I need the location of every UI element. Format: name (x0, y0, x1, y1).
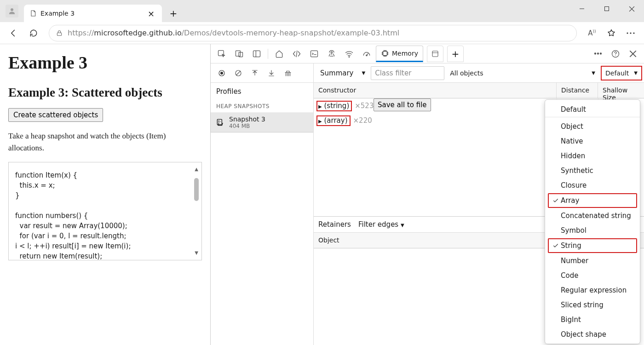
window-close-button[interactable] (619, 0, 644, 17)
col-shallow-size[interactable]: Shallow Size (598, 83, 644, 98)
browser-tab[interactable]: Example 3 × (24, 5, 162, 22)
view-dropdown-label: Summary (320, 69, 354, 77)
create-scattered-objects-button[interactable]: Create scattered objects (8, 108, 103, 122)
upload-icon[interactable] (247, 65, 263, 81)
network-tab-icon[interactable] (341, 46, 357, 62)
page-icon (29, 10, 37, 17)
row-name-text: (string) (324, 102, 349, 110)
svg-point-6 (627, 32, 628, 34)
filter-menu-item-number[interactable]: Number (545, 253, 640, 268)
scroll-track[interactable]: ▲ ▼ (193, 166, 200, 256)
svg-line-31 (236, 71, 241, 75)
sources-tab-icon[interactable] (323, 46, 340, 62)
application-tab-icon[interactable] (427, 46, 443, 62)
svg-point-16 (349, 56, 350, 57)
back-button[interactable] (5, 24, 22, 42)
view-dropdown[interactable]: Summary▼ (316, 66, 370, 80)
devtools-help-icon[interactable] (607, 46, 624, 62)
chevron-down-icon: ▼ (401, 223, 404, 228)
filter-menu-item-array[interactable]: Array (548, 193, 637, 208)
filter-menu-item-closure[interactable]: Closure (545, 178, 640, 193)
welcome-tab-icon[interactable] (271, 46, 288, 62)
refresh-button[interactable] (25, 24, 42, 42)
filter-menu-item-symbol[interactable]: Symbol (545, 223, 640, 238)
filter-menu-item-string[interactable]: String (548, 238, 637, 253)
maximize-button[interactable] (594, 0, 619, 17)
class-filter-input[interactable] (371, 66, 444, 80)
scroll-up-icon[interactable]: ▲ (195, 166, 198, 172)
gc-icon[interactable] (280, 65, 296, 81)
filter-menu-item-default[interactable]: Default (545, 102, 640, 117)
filter-menu-label: String (561, 242, 632, 250)
performance-tab-icon[interactable] (358, 46, 375, 62)
row-name-array: ▶ (array) (316, 115, 351, 126)
filter-menu-label: Symbol (561, 226, 634, 235)
filter-menu-label: Hidden (561, 152, 634, 160)
filter-edges-label: Filter edges (358, 220, 398, 229)
snapshot-item[interactable]: Snapshot 3 404 MB (211, 113, 313, 132)
more-button[interactable] (622, 24, 639, 42)
page-heading-1: Example 3 (8, 52, 202, 73)
svg-rect-32 (217, 119, 222, 125)
dock-icon[interactable] (248, 46, 265, 62)
download-icon[interactable] (263, 65, 280, 81)
col-distance[interactable]: Distance (557, 83, 598, 98)
memory-tab[interactable]: Memory (376, 46, 423, 62)
filter-menu-item-object-shape[interactable]: Object shape (545, 327, 640, 342)
col-constructor[interactable]: Constructor (314, 83, 557, 98)
filter-menu-label: Sliced string (561, 301, 634, 309)
minimize-button[interactable] (569, 0, 594, 17)
elements-tab-icon[interactable] (288, 46, 305, 62)
new-tab-button[interactable]: + (166, 6, 181, 21)
more-tabs-button[interactable]: + (447, 46, 464, 62)
read-aloud-button[interactable]: A)) (583, 24, 601, 42)
scroll-thumb[interactable] (194, 178, 199, 201)
filter-menu-item-native[interactable]: Native (545, 134, 640, 149)
expand-icon[interactable]: ▶ (318, 104, 322, 109)
grid-header: Constructor Distance Shallow Size (314, 83, 644, 98)
profile-avatar[interactable] (6, 5, 18, 17)
heap-grid: Constructor Distance Shallow Size ▶ (str… (314, 83, 644, 345)
filter-menu-item-regular-expression[interactable]: Regular expression (545, 283, 640, 298)
filter-menu-label: Object (561, 122, 634, 131)
device-icon[interactable] (231, 46, 247, 62)
inspect-icon[interactable] (213, 46, 230, 62)
tab-close-icon[interactable]: × (146, 9, 156, 18)
svg-rect-19 (432, 51, 438, 57)
save-all-button[interactable]: Save all to file (374, 98, 431, 111)
record-icon[interactable] (213, 65, 230, 81)
svg-rect-9 (218, 50, 224, 56)
address-bar[interactable]: https://microsoftedge.github.io/Demos/de… (49, 25, 577, 41)
filter-menu-item-sliced-string[interactable]: Sliced string (545, 298, 640, 312)
svg-point-23 (600, 53, 602, 54)
snapshot-size: 404 MB (229, 123, 265, 129)
retainers-col-object[interactable]: Object (314, 233, 554, 248)
url-host: microsoftedge.github.io (94, 29, 181, 37)
filter-menu-label: Code (561, 271, 634, 280)
expand-icon[interactable]: ▶ (318, 119, 322, 124)
row-name-text: (array) (324, 116, 347, 125)
filter-menu-item-concatenated-string[interactable]: Concatenated string (545, 208, 640, 223)
console-tab-icon[interactable] (306, 46, 322, 62)
svg-rect-18 (383, 52, 387, 56)
filter-menu-label: BigInt (561, 316, 634, 324)
filter-menu-item-synthetic[interactable]: Synthetic (545, 163, 640, 178)
devtools-more-icon[interactable] (590, 46, 606, 62)
scroll-down-icon[interactable]: ▼ (195, 250, 198, 256)
filter-menu-item-bigint[interactable]: BigInt (545, 312, 640, 327)
url-prefix: https:// (68, 29, 94, 37)
filter-menu-item-hidden[interactable]: Hidden (545, 149, 640, 163)
filter-menu-item-code[interactable]: Code (545, 268, 640, 283)
filter-menu-label: Regular expression (561, 286, 634, 294)
favorite-button[interactable] (603, 24, 620, 42)
svg-point-7 (630, 32, 631, 34)
clear-icon[interactable] (230, 65, 247, 81)
devtools-close-icon[interactable] (625, 46, 641, 62)
filter-edges-dropdown[interactable]: Filter edges ▼ (358, 220, 404, 229)
filter-menu-label: Object shape (561, 330, 634, 339)
scope-dropdown[interactable]: All objects▼ (445, 66, 600, 80)
filter-menu-item-object[interactable]: Object (545, 119, 640, 134)
filter-dropdown[interactable]: Default▼ (601, 66, 642, 80)
chevron-down-icon: ▼ (634, 70, 638, 75)
check-icon (551, 197, 561, 204)
